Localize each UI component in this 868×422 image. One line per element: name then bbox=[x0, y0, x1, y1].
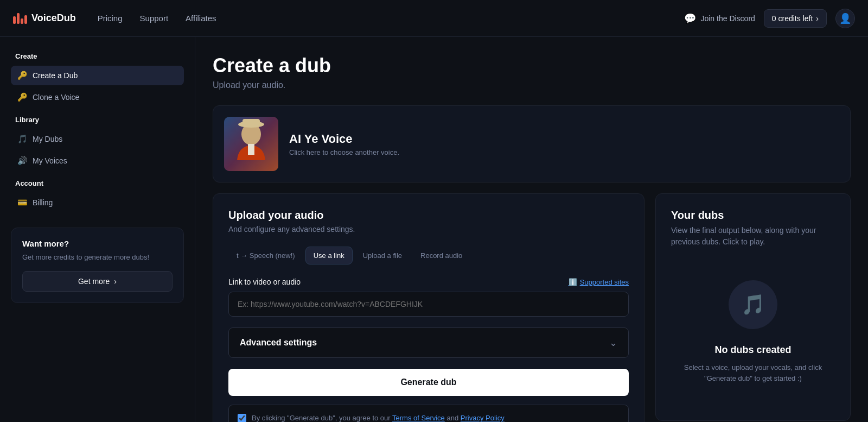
key-icon-1: 🔑 bbox=[17, 71, 27, 80]
tab-file-label: Upload a file bbox=[363, 251, 402, 260]
page-subtitle: Upload your audio. bbox=[213, 80, 851, 90]
sidebar-clone-voice-label: Clone a Voice bbox=[33, 93, 79, 102]
sidebar: Create 🔑 Create a Dub 🔑 Clone a Voice Li… bbox=[0, 37, 195, 422]
main-content: Create a dub Upload your audio. bbox=[195, 37, 868, 422]
upload-title: Upload your audio bbox=[228, 209, 629, 222]
discord-label: Join the Discord bbox=[700, 14, 755, 23]
sidebar-item-create-dub[interactable]: 🔑 Create a Dub bbox=[11, 66, 184, 85]
tab-file[interactable]: Upload a file bbox=[355, 247, 410, 264]
logo-text: VoiceDub bbox=[31, 12, 76, 24]
advanced-settings-toggle[interactable]: Advanced settings ⌄ bbox=[228, 327, 629, 358]
avatar-button[interactable]: 👤 bbox=[835, 9, 855, 28]
voice-avatar-inner bbox=[224, 117, 278, 171]
user-icon: 👤 bbox=[839, 12, 851, 24]
tab-tts-label: t → Speech (new!) bbox=[237, 251, 295, 260]
account-section-title: Account bbox=[11, 179, 184, 187]
layout: Create 🔑 Create a Dub 🔑 Clone a Voice Li… bbox=[0, 37, 868, 422]
no-dubs-desc: Select a voice, upload your vocals, and … bbox=[671, 362, 835, 383]
terms-of-service-link[interactable]: Terms of Service bbox=[392, 414, 445, 422]
nav: Pricing Support Affiliates bbox=[98, 14, 685, 23]
dubs-title: Your dubs bbox=[671, 209, 835, 222]
privacy-policy-link[interactable]: Privacy Policy bbox=[461, 414, 505, 422]
voice-hint: Click here to choose another voice. bbox=[289, 148, 399, 156]
speaker-icon: 🔊 bbox=[17, 156, 27, 166]
music-icon: 🎵 bbox=[17, 134, 27, 144]
header-right: 💬 Join the Discord 0 credits left › 👤 bbox=[684, 9, 855, 28]
link-label: Link to video or audio bbox=[228, 278, 301, 286]
discord-button[interactable]: 💬 Join the Discord bbox=[684, 12, 755, 24]
chevron-right-icon: › bbox=[816, 14, 819, 23]
key-icon-2: 🔑 bbox=[17, 92, 27, 102]
tab-record[interactable]: Record audio bbox=[412, 247, 470, 264]
terms-text: By clicking "Generate dub", you agree to… bbox=[252, 413, 505, 422]
library-section-title: Library bbox=[11, 116, 184, 124]
sidebar-create-dub-label: Create a Dub bbox=[33, 71, 78, 80]
supported-sites-link[interactable]: ℹ️ Supported sites bbox=[569, 278, 629, 286]
want-more-title: Want more? bbox=[22, 239, 173, 248]
get-more-button[interactable]: Get more › bbox=[22, 271, 173, 292]
voice-selector-card[interactable]: AI Ye Voice Click here to choose another… bbox=[213, 105, 851, 182]
header: VoiceDub Pricing Support Affiliates 💬 Jo… bbox=[0, 0, 868, 37]
create-section-title: Create bbox=[11, 52, 184, 60]
advanced-settings-label: Advanced settings bbox=[240, 338, 317, 348]
logo-bar-2 bbox=[17, 13, 20, 24]
upload-tabs: t → Speech (new!) Use a link Upload a fi… bbox=[228, 247, 629, 264]
upload-subtitle: And configure any advanced settings. bbox=[228, 225, 629, 234]
svg-rect-3 bbox=[242, 119, 260, 127]
dubs-subtitle: View the final output below, along with … bbox=[671, 225, 835, 248]
empty-state: 🎵 No dubs created Select a voice, upload… bbox=[671, 269, 835, 405]
content-grid: Upload your audio And configure any adva… bbox=[213, 193, 851, 422]
logo-bar-1 bbox=[13, 16, 16, 24]
tab-link[interactable]: Use a link bbox=[305, 247, 353, 264]
tab-record-label: Record audio bbox=[420, 251, 462, 260]
sidebar-item-billing[interactable]: 💳 Billing bbox=[11, 193, 184, 212]
tab-tts[interactable]: t → Speech (new!) bbox=[228, 247, 303, 264]
logo-bar-3 bbox=[21, 18, 23, 24]
svg-rect-4 bbox=[248, 144, 254, 155]
want-more-card: Want more? Get more credits to generate … bbox=[11, 228, 184, 303]
sidebar-billing-label: Billing bbox=[33, 198, 53, 207]
voice-avatar-svg bbox=[224, 117, 278, 171]
logo-icon bbox=[13, 13, 27, 24]
nav-pricing[interactable]: Pricing bbox=[98, 14, 123, 23]
nav-affiliates[interactable]: Affiliates bbox=[186, 14, 216, 23]
link-label-row: Link to video or audio ℹ️ Supported site… bbox=[228, 278, 629, 286]
link-input[interactable] bbox=[228, 292, 629, 317]
voice-info: AI Ye Voice Click here to choose another… bbox=[289, 132, 399, 156]
terms-row: By clicking "Generate dub", you agree to… bbox=[228, 405, 629, 422]
arrow-right-icon: › bbox=[114, 277, 117, 286]
want-more-desc: Get more credits to generate more dubs! bbox=[22, 253, 173, 262]
sidebar-item-my-dubs[interactable]: 🎵 My Dubs bbox=[11, 129, 184, 149]
voice-name: AI Ye Voice bbox=[289, 132, 399, 146]
music-note-icon: 🎵 bbox=[741, 293, 765, 316]
tab-link-label: Use a link bbox=[314, 251, 344, 260]
generate-btn-label: Generate dub bbox=[400, 377, 456, 387]
discord-icon: 💬 bbox=[684, 12, 696, 24]
logo[interactable]: VoiceDub bbox=[13, 12, 76, 24]
nav-support[interactable]: Support bbox=[140, 14, 169, 23]
billing-icon: 💳 bbox=[17, 198, 27, 207]
supported-sites-label: Supported sites bbox=[580, 278, 629, 286]
logo-bar-4 bbox=[24, 15, 27, 24]
sidebar-my-dubs-label: My Dubs bbox=[33, 135, 62, 143]
upload-card: Upload your audio And configure any adva… bbox=[213, 193, 644, 422]
sidebar-item-my-voices[interactable]: 🔊 My Voices bbox=[11, 151, 184, 171]
terms-checkbox[interactable] bbox=[238, 414, 246, 422]
credits-button[interactable]: 0 credits left › bbox=[764, 9, 827, 28]
info-icon: ℹ️ bbox=[569, 278, 577, 286]
no-dubs-title: No dubs created bbox=[714, 344, 791, 356]
dubs-card: Your dubs View the final output below, a… bbox=[655, 193, 851, 421]
chevron-down-icon: ⌄ bbox=[609, 337, 617, 349]
music-icon-circle: 🎵 bbox=[729, 280, 777, 329]
page-title: Create a dub bbox=[213, 54, 851, 77]
get-more-label: Get more bbox=[78, 277, 110, 286]
generate-dub-button[interactable]: Generate dub bbox=[228, 369, 629, 396]
voice-avatar bbox=[224, 117, 278, 171]
sidebar-my-voices-label: My Voices bbox=[33, 156, 67, 165]
sidebar-item-clone-voice[interactable]: 🔑 Clone a Voice bbox=[11, 87, 184, 107]
credits-label: 0 credits left bbox=[772, 14, 813, 23]
